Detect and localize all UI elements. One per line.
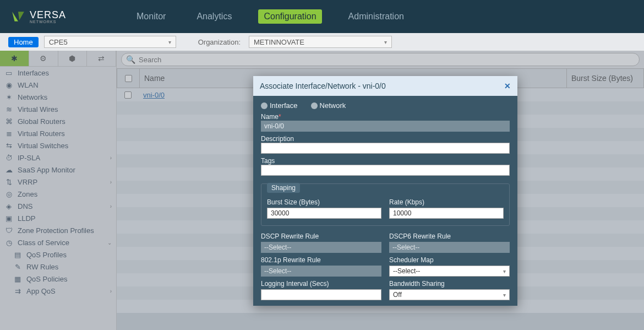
organization-value: METINNOVATE bbox=[254, 38, 304, 46]
chevron-down-icon: ▾ bbox=[503, 292, 506, 298]
radio-icon bbox=[311, 102, 318, 109]
burst-size-label: Burst Size (Bytes) bbox=[267, 198, 381, 206]
organization-label: Organization: bbox=[198, 38, 241, 46]
dscp-rewrite-label: DSCP Rewrite Rule bbox=[261, 232, 381, 240]
p8021-rewrite-select[interactable]: --Select-- bbox=[261, 266, 381, 277]
chevron-down-icon: ▾ bbox=[503, 268, 506, 274]
brand-logo: VERSA NETWORKS bbox=[11, 9, 66, 24]
rate-input[interactable] bbox=[389, 208, 504, 219]
shaping-fieldset: Shaping Burst Size (Bytes) Rate (Kbps) bbox=[261, 183, 510, 226]
versa-logo-icon bbox=[11, 9, 25, 24]
chevron-down-icon: ▾ bbox=[384, 39, 387, 45]
shaping-legend: Shaping bbox=[267, 183, 300, 193]
dscp-rewrite-select[interactable]: --Select-- bbox=[261, 242, 381, 253]
scheduler-map-label: Scheduler Map bbox=[389, 256, 510, 264]
nav-configuration[interactable]: Configuration bbox=[258, 9, 321, 24]
radio-interface[interactable]: Interface bbox=[261, 101, 298, 110]
context-bar: Home CPE5 ▾ Organization: METINNOVATE ▾ bbox=[0, 33, 644, 51]
bandwidth-sharing-select[interactable]: Off▾ bbox=[389, 289, 510, 300]
scheduler-map-select[interactable]: --Select--▾ bbox=[389, 266, 510, 277]
top-header: VERSA NETWORKS Monitor Analytics Configu… bbox=[0, 0, 644, 33]
modal-header: Associate Interface/Network - vni-0/0 ✕ bbox=[253, 76, 517, 96]
main-nav: Monitor Analytics Configuration Administ… bbox=[132, 9, 408, 24]
brand-subtitle: NETWORKS bbox=[30, 20, 66, 24]
nav-analytics[interactable]: Analytics bbox=[192, 9, 236, 24]
radio-network[interactable]: Network bbox=[311, 101, 346, 110]
modal-title: Associate Interface/Network - vni-0/0 bbox=[260, 82, 386, 90]
type-radio-group: Interface Network bbox=[261, 101, 510, 110]
tags-label: Tags bbox=[261, 157, 510, 165]
home-button[interactable]: Home bbox=[8, 37, 39, 47]
device-value: CPE5 bbox=[49, 38, 68, 46]
radio-icon bbox=[261, 102, 268, 109]
rate-label: Rate (Kbps) bbox=[389, 198, 504, 206]
close-button[interactable]: ✕ bbox=[504, 82, 511, 90]
logging-interval-label: Logging Interval (Secs) bbox=[261, 280, 381, 288]
description-label: Description bbox=[261, 135, 510, 143]
name-input[interactable] bbox=[261, 121, 510, 132]
dscp6-rewrite-label: DSCP6 Rewrite Rule bbox=[389, 232, 510, 240]
brand-name: VERSA bbox=[30, 9, 66, 20]
name-label: Name bbox=[261, 113, 279, 121]
chevron-down-icon: ▾ bbox=[168, 39, 171, 45]
device-select[interactable]: CPE5 ▾ bbox=[44, 36, 176, 48]
burst-size-input[interactable] bbox=[267, 208, 381, 219]
associate-interface-modal: Associate Interface/Network - vni-0/0 ✕ … bbox=[253, 76, 517, 306]
p8021-rewrite-label: 802.1p Rewrite Rule bbox=[261, 256, 381, 264]
bandwidth-sharing-label: Bandwidth Sharing bbox=[389, 280, 510, 288]
logging-interval-input[interactable] bbox=[261, 289, 381, 300]
description-input[interactable] bbox=[261, 143, 510, 154]
organization-select[interactable]: METINNOVATE ▾ bbox=[249, 36, 392, 48]
nav-administration[interactable]: Administration bbox=[344, 9, 408, 24]
nav-monitor[interactable]: Monitor bbox=[132, 9, 170, 24]
required-indicator: * bbox=[279, 113, 281, 121]
tags-input[interactable] bbox=[261, 165, 510, 176]
dscp6-rewrite-select[interactable]: --Select-- bbox=[389, 242, 510, 253]
